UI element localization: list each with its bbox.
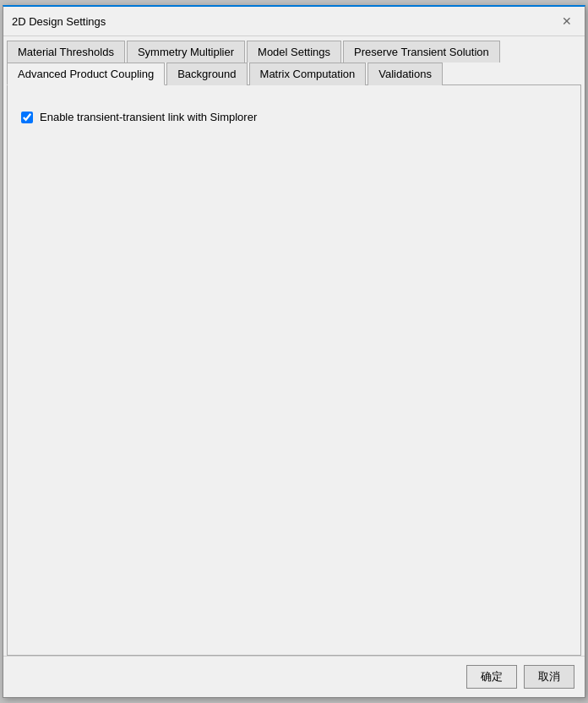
enable-transient-checkbox[interactable] [21, 112, 33, 123]
window-title: 2D Design Settings [12, 15, 106, 28]
tab-material-thresholds[interactable]: Material Thresholds [7, 41, 125, 63]
tab-background[interactable]: Background [166, 63, 247, 85]
enable-transient-row: Enable transient-transient link with Sim… [21, 111, 567, 123]
tabs-row-2: Advanced Product Coupling Background Mat… [7, 62, 581, 85]
tab-preserve-transient[interactable]: Preserve Transient Solution [343, 41, 500, 63]
tab-symmetry-multiplier[interactable]: Symmetry Multiplier [127, 41, 245, 63]
tab-validations[interactable]: Validations [368, 63, 443, 85]
tabs-row-1: Material Thresholds Symmetry Multiplier … [3, 36, 585, 62]
main-window: 2D Design Settings ✕ Material Thresholds… [3, 5, 585, 698]
enable-transient-label: Enable transient-transient link with Sim… [40, 111, 257, 123]
content-panel: Enable transient-transient link with Sim… [7, 85, 581, 656]
tab-model-settings[interactable]: Model Settings [247, 41, 341, 63]
close-button[interactable]: ✕ [558, 12, 576, 30]
tab-advanced-product-coupling[interactable]: Advanced Product Coupling [7, 63, 165, 85]
title-bar: 2D Design Settings ✕ [3, 7, 585, 36]
cancel-button[interactable]: 取消 [524, 665, 574, 689]
tab-matrix-computation[interactable]: Matrix Computation [249, 63, 367, 85]
ok-button[interactable]: 确定 [466, 665, 517, 689]
footer: 确定 取消 [3, 656, 585, 697]
